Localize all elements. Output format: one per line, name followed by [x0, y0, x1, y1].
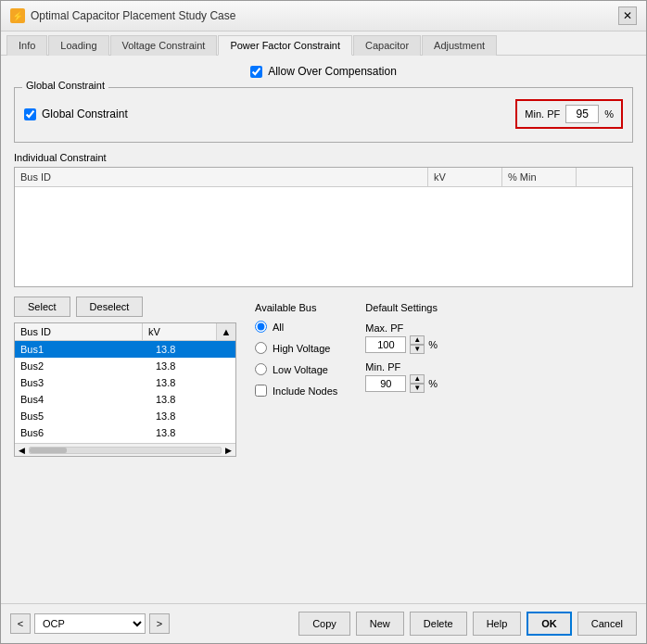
footer: < OCP > Copy New Delete Help OK Cancel [1, 603, 646, 643]
min-pf-label: Min. PF [525, 108, 560, 120]
ok-button[interactable]: OK [526, 612, 572, 636]
allow-over-compensation-checkbox[interactable] [250, 66, 262, 78]
bus-row-id: Bus2 [20, 360, 156, 373]
col-extra [577, 168, 632, 186]
window-title: Optimal Capacitor Placement Study Case [31, 9, 235, 22]
new-button[interactable]: New [356, 612, 404, 636]
delete-button[interactable]: Delete [410, 612, 467, 636]
bus-row-id: Bus3 [20, 376, 156, 389]
cancel-button[interactable]: Cancel [577, 612, 637, 636]
help-button[interactable]: Help [473, 612, 522, 636]
bus-list-row[interactable]: Bus313.8 [15, 374, 235, 391]
radio-high-voltage-label: High Voltage [273, 343, 330, 354]
bus-list-row[interactable]: Bus113.8 [15, 341, 235, 358]
max-pf-spin-down[interactable]: ▼ [410, 345, 425, 354]
bus-list-row[interactable]: Bus613.8 [15, 424, 235, 441]
min-pf-pct: % [604, 108, 614, 120]
global-constraint-checkbox[interactable] [24, 108, 36, 120]
select-deselect-row: Select Deselect [14, 297, 236, 317]
hscroll-thumb [30, 448, 67, 453]
app-icon: ⚡ [10, 8, 25, 23]
copy-button[interactable]: Copy [298, 612, 350, 636]
bus-row-id: Bus1 [20, 343, 156, 356]
global-constraint-row: Global Constraint Min. PF % [24, 95, 623, 133]
default-settings-area: Default Settings Max. PF ▲ ▼ % Min. PF [356, 297, 447, 457]
main-window: ⚡ Optimal Capacitor Placement Study Case… [0, 0, 647, 644]
title-bar-left: ⚡ Optimal Capacitor Placement Study Case [10, 8, 235, 23]
default-settings-title: Default Settings [365, 302, 438, 313]
min-pf-field: Min. PF ▲ ▼ % [365, 361, 438, 393]
radio-low-voltage-label: Low Voltage [273, 364, 328, 375]
hscroll-left-arrow[interactable]: ◀ [17, 446, 27, 455]
table-body [15, 187, 632, 282]
min-pf-pct: % [428, 378, 438, 389]
max-pf-spinner: ▲ ▼ [410, 335, 425, 354]
min-pf-input-row: ▲ ▼ % [365, 374, 438, 393]
individual-constraint-label: Individual Constraint [14, 152, 633, 163]
bus-select-area: Select Deselect Bus ID kV ▲ Bus113.8Bus2… [14, 297, 236, 457]
min-pf-spin-down[interactable]: ▼ [410, 384, 425, 393]
radio-high-voltage[interactable] [255, 342, 267, 354]
min-pf-input[interactable] [565, 105, 599, 123]
tab-capacitor[interactable]: Capacitor [353, 35, 421, 56]
close-button[interactable]: ✕ [618, 6, 637, 25]
available-bus-area: Available Bus All High Voltage Low Volta… [246, 297, 347, 457]
tab-voltage-constraint[interactable]: Voltage Constraint [110, 35, 218, 56]
max-pf-field: Max. PF ▲ ▼ % [365, 322, 438, 354]
bus-row-id: Bus6 [20, 426, 156, 439]
footer-right: Copy New Delete Help OK Cancel [298, 612, 637, 636]
radio-low-voltage-row: Low Voltage [255, 363, 337, 375]
radio-all-label: All [273, 322, 284, 333]
bus-row-id: Bus5 [20, 410, 156, 423]
include-nodes-row: Include Nodes [255, 385, 337, 397]
radio-all-row: All [255, 321, 337, 333]
max-pf-input[interactable] [365, 336, 406, 353]
next-button[interactable]: > [149, 613, 170, 634]
max-pf-label: Max. PF [365, 322, 438, 334]
hscroll-right-arrow[interactable]: ▶ [223, 446, 234, 455]
global-constraint-group-label: Global Constraint [22, 80, 108, 91]
max-pf-spin-up[interactable]: ▲ [410, 335, 425, 345]
bus-list-header: Bus ID kV ▲ [15, 323, 235, 341]
bus-row-id: Bus4 [20, 393, 156, 406]
ds-min-pf-label: Min. PF [365, 361, 438, 373]
col-kv: kV [428, 168, 502, 186]
bus-col-scroll[interactable]: ▲ [217, 323, 235, 340]
hscroll-track [29, 447, 222, 454]
case-dropdown[interactable]: OCP [34, 613, 146, 634]
individual-constraint-table: Bus ID kV % Min [14, 167, 633, 287]
col-pct-min: % Min [502, 168, 577, 186]
bus-list-row[interactable]: Bus413.8 [15, 391, 235, 408]
deselect-button[interactable]: Deselect [76, 297, 144, 317]
bus-list-body[interactable]: Bus113.8Bus213.8Bus313.8Bus413.8Bus513.8… [15, 341, 235, 443]
footer-left: < OCP > [10, 613, 170, 634]
radio-high-voltage-row: High Voltage [255, 342, 337, 354]
tab-loading[interactable]: Loading [48, 35, 108, 56]
ds-min-pf-input[interactable] [365, 375, 406, 392]
bus-row-kv: 13.8 [156, 393, 230, 406]
select-button[interactable]: Select [14, 297, 70, 317]
bus-row-kv: 13.8 [156, 360, 230, 373]
bus-list-container: Bus ID kV ▲ Bus113.8Bus213.8Bus313.8Bus4… [14, 322, 236, 457]
tab-info[interactable]: Info [6, 35, 47, 56]
min-pf-spin-up[interactable]: ▲ [410, 374, 425, 384]
global-constraint-left: Global Constraint [24, 107, 128, 120]
global-constraint-label: Global Constraint [42, 107, 128, 120]
bus-list-row[interactable]: Bus213.8 [15, 358, 235, 374]
col-bus-id: Bus ID [15, 168, 428, 186]
include-nodes-checkbox[interactable] [255, 385, 267, 397]
global-constraint-group: Global Constraint Global Constraint Min.… [14, 87, 633, 143]
radio-all[interactable] [255, 321, 267, 333]
table-header: Bus ID kV % Min [15, 168, 632, 187]
include-nodes-label: Include Nodes [273, 385, 337, 397]
prev-button[interactable]: < [10, 613, 31, 634]
bus-col-id: Bus ID [15, 323, 143, 340]
radio-low-voltage[interactable] [255, 363, 267, 375]
allow-over-compensation-label: Allow Over Compensation [268, 65, 397, 78]
bottom-section: Select Deselect Bus ID kV ▲ Bus113.8Bus2… [14, 297, 633, 457]
tab-power-factor-constraint[interactable]: Power Factor Constraint [218, 35, 352, 56]
tab-adjustment[interactable]: Adjustment [422, 35, 497, 56]
bus-list-hscroll[interactable]: ◀ ▶ [15, 443, 235, 456]
bus-list-row[interactable]: Bus513.8 [15, 408, 235, 424]
tab-bar: Info Loading Voltage Constraint Power Fa… [1, 32, 646, 56]
